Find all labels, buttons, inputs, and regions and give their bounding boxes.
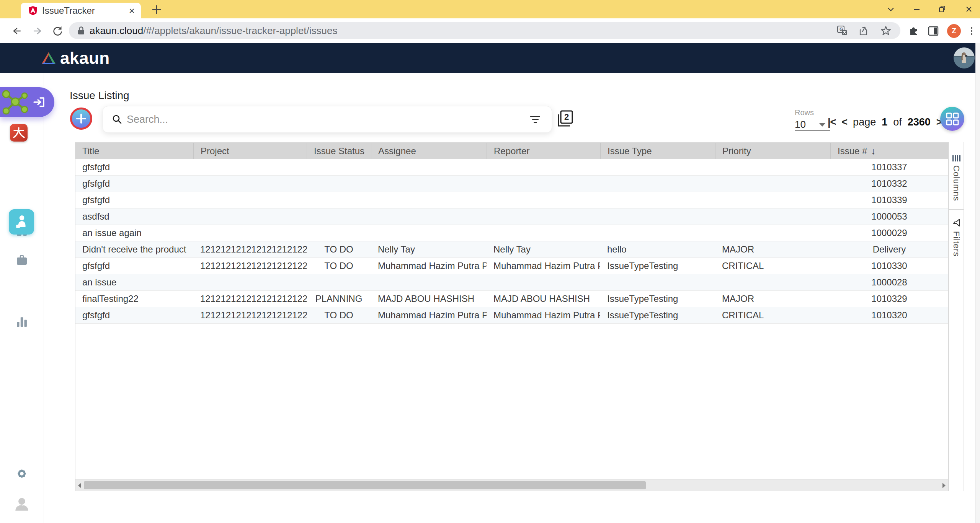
forward-button[interactable] (29, 18, 46, 43)
cell-issue-number: 1010339 (830, 192, 948, 208)
grid-view-button[interactable] (940, 107, 964, 131)
page-scrollbar[interactable] (975, 43, 980, 523)
first-page-button[interactable]: |< (828, 116, 836, 128)
col-header-issue-type[interactable]: Issue Type (600, 143, 715, 159)
scrollbar-thumb[interactable] (84, 481, 646, 489)
cell-priority (715, 209, 830, 225)
cell-reporter (487, 225, 600, 241)
cell-issue-type: IssueTypeTesting (600, 307, 715, 323)
browser-menu-button[interactable] (969, 26, 974, 36)
col-header-issue-status[interactable]: Issue Status (307, 143, 371, 159)
cell-assignee: Nelly Tay (371, 241, 487, 257)
cell-assignee (371, 209, 487, 225)
pinned-app-banner[interactable] (0, 87, 54, 117)
col-header-title[interactable]: Title (75, 143, 193, 159)
cell-project (193, 209, 307, 225)
reports-nav-item[interactable] (0, 316, 44, 327)
col-header-reporter[interactable]: Reporter (487, 143, 600, 159)
url-path: /#/applets/akaun/issue-tracker-applet/is… (143, 25, 337, 36)
issue-tracker-nav-item-active[interactable] (9, 209, 34, 235)
scroll-right-button[interactable] (940, 480, 948, 491)
user-avatar[interactable] (954, 47, 975, 68)
col-header-project[interactable]: Project (193, 143, 307, 159)
filter-list-icon[interactable] (530, 116, 540, 123)
share-icon[interactable] (858, 25, 870, 36)
table-row[interactable]: gfsfgfd 1212121212121212121221212 TO DO … (75, 307, 948, 324)
app-header: akaun (0, 43, 980, 73)
cell-title: gfsfgfd (75, 176, 193, 192)
cell-project: 1212121212121212121221212 (193, 258, 307, 274)
tab-search-button[interactable] (885, 3, 897, 15)
col-header-priority[interactable]: Priority (715, 143, 830, 159)
extensions-puzzle-icon[interactable] (908, 25, 920, 37)
cell-issue-status: TO DO (307, 307, 371, 323)
cell-assignee (371, 274, 487, 290)
back-button[interactable] (8, 18, 25, 43)
col-header-assignee[interactable]: Assignee (371, 143, 487, 159)
cell-title: asdfsd (75, 209, 193, 225)
bookmark-star-icon[interactable] (880, 25, 891, 36)
browser-profile-avatar[interactable]: Z (947, 24, 961, 38)
table-row[interactable]: gfsfgfd 1010339 (75, 192, 948, 209)
tab-close-icon[interactable]: × (129, 6, 135, 16)
lock-icon (77, 26, 85, 35)
rows-per-page-select[interactable]: Rows 10 (795, 108, 831, 130)
tab-filters[interactable]: Filters (949, 210, 964, 265)
akaun-logo[interactable]: akaun (41, 43, 110, 73)
table-row[interactable]: an issue 1000028 (75, 274, 948, 291)
person-worker-icon (15, 215, 28, 229)
horizontal-scrollbar[interactable] (75, 479, 948, 491)
cell-title: Didn't receive the product (75, 241, 193, 257)
cn-app-icon[interactable] (10, 124, 28, 142)
page-word: page (853, 116, 876, 128)
cell-title: finalTesting22 (75, 291, 193, 307)
minimize-button[interactable] (911, 3, 923, 15)
profile-person-icon (14, 497, 29, 511)
cell-assignee (371, 176, 487, 192)
briefcase-nav-item[interactable] (0, 255, 44, 266)
cell-issue-type (600, 274, 715, 290)
settings-nav-item[interactable] (0, 467, 44, 481)
table-row[interactable]: gfsfgfd 1010332 (75, 176, 948, 192)
scroll-left-button[interactable] (75, 480, 84, 491)
of-word: of (893, 116, 902, 128)
url-host: akaun.cloud (90, 25, 143, 36)
filters-tab-label: Filters (951, 231, 961, 257)
cell-priority (715, 192, 830, 208)
cell-project (193, 176, 307, 192)
table-row[interactable]: Didn't receive the product 1212121212121… (75, 241, 948, 258)
side-panel-icon[interactable] (928, 26, 939, 36)
columns-tab-label: Columns (951, 165, 961, 201)
screen: IssueTracker × akaun.clou (0, 0, 980, 523)
new-tab-button[interactable] (150, 3, 163, 16)
browser-tab[interactable]: IssueTracker × (21, 3, 141, 18)
profile-nav-item[interactable] (0, 497, 44, 511)
bar-chart-icon (16, 316, 27, 327)
table-row[interactable]: gfsfgfd 1010337 (75, 159, 948, 176)
prev-page-button[interactable]: < (841, 116, 847, 128)
table-row[interactable]: asdfsd 1000053 (75, 209, 948, 225)
url-text: akaun.cloud/#/applets/akaun/issue-tracke… (90, 25, 837, 37)
table-row[interactable]: gfsfgfd 1212121212121212121221212 TO DO … (75, 258, 948, 274)
add-issue-button[interactable] (70, 108, 92, 130)
cell-reporter (487, 176, 600, 192)
restore-button[interactable] (936, 3, 948, 15)
search-input[interactable] (126, 113, 530, 126)
table-row[interactable]: finalTesting22 1212121212121212121221212… (75, 291, 948, 307)
cell-reporter (487, 192, 600, 208)
close-icon (964, 5, 973, 14)
cell-assignee: Muhammad Hazim Putra Putra (371, 307, 487, 323)
chevron-down-icon (886, 5, 895, 14)
translate-icon[interactable]: G (837, 25, 848, 36)
tab-columns[interactable]: Columns (949, 142, 964, 210)
window-close-button[interactable] (963, 3, 975, 15)
cell-project: 1212121212121212121221212 (193, 307, 307, 323)
cell-priority (715, 274, 830, 290)
reload-button[interactable] (49, 18, 66, 43)
url-bar[interactable]: akaun.cloud/#/applets/akaun/issue-tracke… (69, 22, 900, 39)
view-switcher-button[interactable]: 2 (556, 110, 574, 129)
logo-text: akaun (60, 49, 110, 68)
col-header-issue-number[interactable]: Issue # ↓ (830, 143, 948, 159)
cell-issue-status (307, 176, 371, 192)
table-row[interactable]: an issue again 1000029 (75, 225, 948, 241)
